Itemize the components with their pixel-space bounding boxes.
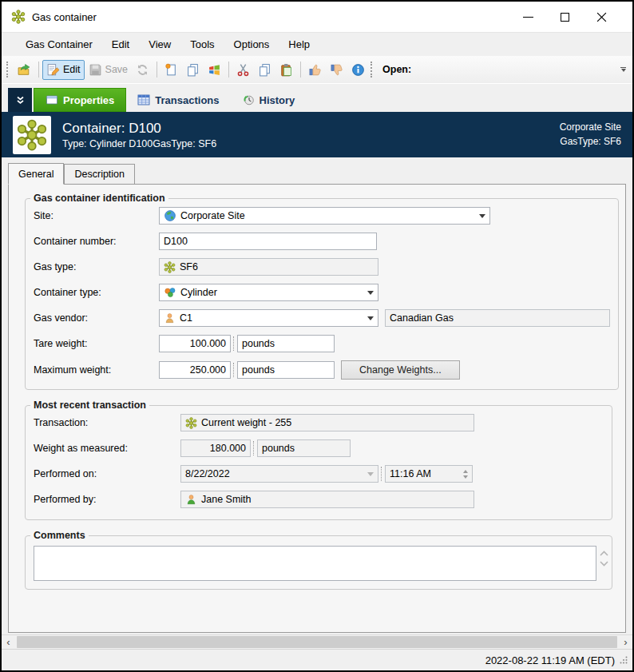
banner-gastype: GasType: SF6: [560, 135, 621, 149]
dropdown-arrow-icon[interactable]: [367, 472, 374, 476]
paste-button[interactable]: [275, 60, 297, 80]
maximize-icon: [561, 13, 569, 22]
globe-icon: [164, 209, 176, 222]
view-tab-band: Properties Transactions History: [2, 83, 632, 112]
minimize-button[interactable]: [509, 5, 546, 29]
gas-type-field[interactable]: SF6: [159, 258, 378, 276]
menu-options[interactable]: Options: [224, 35, 279, 54]
maximize-button[interactable]: [546, 5, 583, 29]
toolbar-grip[interactable]: [370, 62, 374, 78]
close-button[interactable]: [583, 5, 620, 29]
save-button[interactable]: Save: [85, 60, 133, 80]
container-banner: Container: D100 Type: Cylinder D100GasTy…: [2, 112, 632, 157]
dropdown-arrow-icon[interactable]: [367, 291, 374, 295]
container-number-row: Container number: D100: [34, 233, 610, 250]
performed-by-field[interactable]: Jane Smith: [180, 491, 474, 508]
window-title: Gas container: [32, 11, 97, 23]
dropdown-arrow-icon[interactable]: [367, 316, 374, 320]
toolbar-grip[interactable]: [6, 62, 10, 78]
tab-history[interactable]: History: [231, 88, 307, 112]
container-number-input[interactable]: D100: [159, 233, 377, 250]
scroll-left-icon[interactable]: ‹: [2, 636, 15, 649]
overflow-bar: [620, 67, 626, 68]
dropdown-arrow-icon[interactable]: [479, 214, 485, 218]
performed-by-row: Performed by: Jane Smith: [34, 491, 604, 508]
toolbar-overflow-button[interactable]: [620, 67, 629, 72]
toolbar-separator: [300, 62, 301, 78]
banner-subtitle: Type: Cylinder D100GasType: SF6: [62, 138, 216, 149]
container-type-combobox[interactable]: Cylinder: [159, 284, 378, 301]
time-spinner[interactable]: [458, 470, 468, 479]
tare-weight-input[interactable]: 100.000: [159, 335, 231, 352]
transaction-field[interactable]: Current weight - 255: [180, 414, 474, 431]
menu-tools[interactable]: Tools: [180, 35, 224, 54]
close-icon: [596, 12, 607, 22]
site-combobox[interactable]: Corporate Site: [159, 207, 490, 225]
open-folder-button[interactable]: [14, 60, 35, 80]
performed-on-date-field[interactable]: 8/22/2022: [180, 465, 378, 483]
minimize-icon: [523, 17, 533, 18]
new-item-button[interactable]: [160, 60, 182, 80]
copy-button[interactable]: [254, 60, 275, 80]
weight-measured-label: Weight as measured:: [34, 443, 180, 454]
menu-edit[interactable]: Edit: [102, 35, 139, 54]
maximum-weight-input[interactable]: 250.000: [159, 361, 231, 379]
gas-vendor-name-field[interactable]: Canadian Gas: [385, 309, 610, 327]
collapse-button[interactable]: [8, 88, 32, 112]
site-row: Site: Corporate Site: [34, 207, 610, 225]
tab-description[interactable]: Description: [64, 164, 135, 184]
tab-properties[interactable]: Properties: [34, 88, 126, 112]
tab-general[interactable]: General: [8, 163, 64, 185]
weight-measured-field[interactable]: 180.000: [180, 439, 251, 457]
cut-icon: [236, 63, 250, 77]
gas-vendor-value: C1: [180, 312, 192, 324]
info-button[interactable]: [347, 60, 369, 80]
menu-help[interactable]: Help: [279, 35, 319, 54]
tab-transactions[interactable]: Transactions: [126, 88, 230, 112]
menu-gas-container[interactable]: Gas Container: [16, 35, 102, 54]
comments-scroll-buttons[interactable]: [598, 546, 608, 567]
weight-measured-row: Weight as measured: 180.000 pounds: [34, 439, 604, 457]
copy-item-button[interactable]: [182, 60, 204, 80]
status-bar: 2022-08-22 11:19 AM (EDT): [2, 649, 632, 670]
recent-transaction-legend: Most recent transaction: [30, 400, 149, 411]
edit-button-label: Edit: [63, 64, 81, 75]
comments-input[interactable]: [34, 546, 596, 581]
menu-view[interactable]: View: [139, 35, 180, 54]
edit-icon: [46, 63, 60, 77]
tare-weight-unit: pounds: [242, 338, 275, 349]
maximum-weight-row: Maximum weight: 250.000 pounds Change We…: [34, 360, 610, 380]
save-button-label: Save: [105, 64, 129, 75]
thumbs-down-button[interactable]: [326, 60, 347, 80]
tab-properties-label: Properties: [63, 94, 114, 106]
thumbs-up-icon: [308, 63, 322, 77]
recent-transaction-group: Most recent transaction Transaction: Cur…: [25, 400, 612, 520]
container-number-value: D100: [164, 236, 188, 247]
vendor-person-icon: [164, 312, 176, 324]
history-clock-icon: [242, 93, 255, 106]
scrollbar-thumb[interactable]: [17, 636, 617, 648]
gas-vendor-combobox[interactable]: C1: [159, 309, 378, 327]
tab-history-label: History: [260, 94, 295, 106]
maximum-weight-unit-field[interactable]: pounds: [237, 361, 335, 379]
refresh-button[interactable]: [132, 60, 153, 80]
thumbs-up-button[interactable]: [304, 60, 326, 80]
resize-grip-icon[interactable]: [620, 656, 628, 664]
edit-button[interactable]: Edit: [42, 60, 85, 80]
molecule-icon: [164, 261, 176, 273]
page-area: General Description Gas container identi…: [2, 157, 632, 634]
window-controls: [509, 5, 632, 29]
scroll-right-icon[interactable]: ›: [619, 636, 632, 649]
change-weights-button[interactable]: Change Weights...: [341, 360, 460, 380]
site-value: Corporate Site: [180, 210, 245, 221]
weight-measured-unit-field[interactable]: pounds: [257, 439, 351, 457]
horizontal-scrollbar: ‹ ›: [2, 634, 632, 649]
cut-button[interactable]: [232, 60, 254, 80]
refresh-icon: [136, 63, 149, 77]
windows-button[interactable]: [204, 60, 225, 80]
performed-on-time-field[interactable]: 11:16 AM: [385, 465, 473, 483]
gas-type-value: SF6: [180, 261, 198, 272]
gas-type-row: Gas type: SF6: [34, 258, 610, 276]
tare-weight-unit-field[interactable]: pounds: [237, 335, 335, 352]
gas-type-label: Gas type:: [34, 261, 159, 272]
